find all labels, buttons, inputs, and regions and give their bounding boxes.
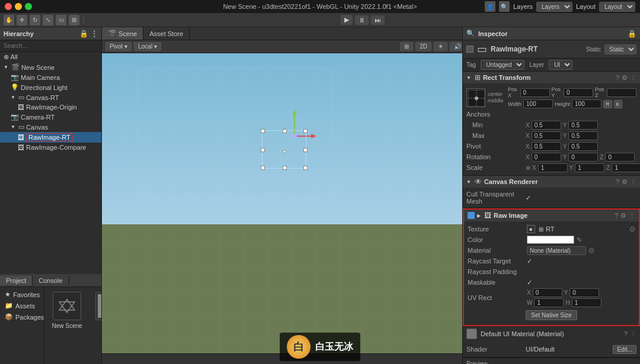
wh-k-btn[interactable]: K [614, 100, 622, 108]
close-button[interactable] [5, 3, 12, 10]
pos-y-input[interactable] [564, 88, 593, 97]
rect-anchor-visual[interactable] [466, 88, 485, 107]
light-btn[interactable]: ☀ [434, 42, 447, 51]
anchor-min-x[interactable] [532, 121, 561, 130]
rotate-tool[interactable]: ↻ [30, 15, 40, 25]
step-button[interactable]: ⏭ [371, 15, 385, 25]
inspector-lock-icon[interactable]: 🔒 [628, 30, 636, 38]
ri-menu-icon[interactable]: ⋮ [629, 212, 635, 220]
hand-tool[interactable]: ✋ [4, 15, 14, 25]
pivot-y[interactable] [568, 142, 598, 151]
mat-menu-icon[interactable]: ⋮ [630, 330, 636, 338]
assets-item[interactable]: 📁 Assets [2, 301, 41, 311]
color-value[interactable]: ✎ [527, 236, 635, 244]
pos-x-input[interactable] [520, 88, 550, 97]
uv-x[interactable] [533, 288, 562, 297]
favorites-item[interactable]: ★ Favorites [2, 289, 41, 299]
handle-tl[interactable] [261, 129, 265, 133]
maskable-check[interactable]: ✓ [527, 279, 532, 286]
layers-dropdown[interactable]: Layers [536, 2, 572, 12]
pivot-btn[interactable]: Pivot ▾ [105, 42, 132, 51]
handle-mr[interactable] [303, 148, 308, 152]
window-controls[interactable] [5, 3, 32, 10]
rot-y[interactable] [568, 153, 598, 162]
color-swatch[interactable] [527, 236, 574, 244]
hierarchy-item-new-scene[interactable]: ▼ 🎬 New Scene [0, 62, 101, 72]
set-native-size-btn[interactable]: Set Native Size [526, 310, 577, 320]
uv-h[interactable] [572, 298, 601, 307]
texture-target-icon[interactable]: ⊙ [629, 225, 635, 233]
handle-tm[interactable] [283, 129, 287, 133]
color-edit-icon[interactable]: ✎ [577, 236, 582, 244]
handle-br[interactable] [303, 166, 308, 170]
hierarchy-item-directional-light[interactable]: 💡 Directional Light [0, 82, 101, 92]
canvas-renderer-header[interactable]: ▼ 👁 Canvas Renderer ? ⚙ ⋮ [463, 176, 640, 188]
packages-item[interactable]: 📦 Packages [2, 312, 41, 322]
uv-w[interactable] [534, 298, 564, 307]
tag-dropdown[interactable]: Untagged [481, 60, 524, 70]
pos-z-input[interactable] [607, 88, 636, 97]
raycast-target-check[interactable]: ✓ [527, 257, 532, 265]
object-active-checkbox[interactable] [466, 46, 473, 53]
maximize-button[interactable] [25, 3, 32, 10]
hierarchy-item-canvas-rt[interactable]: ▼ ▭ Canvas-RT [0, 92, 101, 102]
hierarchy-item-rawimage-origin[interactable]: 🖼 RawImage-Origin [0, 102, 101, 112]
hierarchy-item-camera-rt[interactable]: 📷 Camera-RT [0, 112, 101, 122]
grid-btn[interactable]: ⊞ [400, 42, 413, 51]
rect-help-icon[interactable]: ? [616, 74, 619, 82]
anchor-max-y[interactable] [568, 131, 598, 140]
scene-view[interactable] [102, 53, 516, 364]
hierarchy-item-main-camera[interactable]: 📷 Main Camera [0, 72, 101, 82]
hierarchy-item-rawimage-rt[interactable]: 🖼 RawImage-RT [0, 132, 101, 143]
scale-x[interactable] [538, 163, 568, 172]
handle-bm[interactable] [283, 166, 287, 170]
hierarchy-search[interactable] [0, 40, 101, 52]
handle-ml[interactable] [261, 148, 265, 152]
uv-y[interactable] [569, 288, 599, 297]
transform-tool[interactable]: ⊞ [69, 15, 79, 25]
handle-tr[interactable] [303, 129, 308, 133]
scale-tool[interactable]: ⤡ [43, 15, 53, 25]
anchor-max-x[interactable] [532, 131, 561, 140]
raw-image-checkbox[interactable] [468, 212, 475, 219]
scene-tab[interactable]: 🎬 Scene [102, 27, 143, 40]
ri-help-icon[interactable]: ? [615, 212, 618, 220]
cr-help-icon[interactable]: ? [616, 178, 619, 186]
edit-shader-btn[interactable]: Edit... [613, 345, 636, 354]
pivot-x[interactable] [532, 142, 561, 151]
minimize-button[interactable] [15, 3, 22, 10]
wh-btn[interactable]: R [603, 100, 612, 108]
raw-image-header[interactable]: ▶ 🖼 Raw Image ? ⚙ ⋮ [464, 210, 639, 221]
anchor-min-y[interactable] [568, 121, 598, 130]
scale-y[interactable] [575, 163, 604, 172]
layer-dropdown[interactable]: UI [549, 60, 572, 70]
rect-menu-icon[interactable]: ⋮ [630, 74, 636, 82]
hierarchy-lock-icon[interactable]: 🔒 [79, 30, 88, 38]
search-icon[interactable]: 🔍 [499, 1, 510, 12]
hierarchy-item-rawimage-compare[interactable]: 🖼 RawImage-Compare [0, 143, 101, 152]
rect-tool[interactable]: ▭ [56, 15, 66, 25]
cr-menu-icon[interactable]: ⋮ [630, 178, 636, 186]
hierarchy-all-tab[interactable]: ⊕ All [0, 52, 101, 62]
move-tool[interactable]: ✛ [17, 15, 27, 25]
rect-settings-icon[interactable]: ⚙ [622, 74, 628, 82]
console-tab[interactable]: Console [33, 276, 69, 285]
local-btn[interactable]: Local ▾ [134, 42, 161, 51]
rot-z[interactable] [605, 153, 635, 162]
static-dropdown[interactable]: Static [604, 44, 636, 54]
account-icon[interactable]: 👤 [485, 1, 495, 12]
cull-check[interactable]: ✓ [526, 194, 531, 202]
ri-settings-icon[interactable]: ⚙ [620, 212, 626, 220]
mat-help-icon[interactable]: ? [624, 330, 628, 338]
play-button[interactable]: ▶ [341, 15, 353, 25]
hierarchy-menu-icon[interactable]: ⋮ [91, 30, 98, 38]
handle-bl[interactable] [261, 166, 265, 170]
pause-button[interactable]: ⏸ [355, 15, 369, 25]
layout-dropdown[interactable]: Layout [599, 2, 635, 12]
rect-transform-header[interactable]: ▼ ⊞ Rect Transform ? ⚙ ⋮ [463, 72, 640, 83]
height-input[interactable] [572, 99, 601, 108]
cr-settings-icon[interactable]: ⚙ [622, 178, 628, 186]
width-input[interactable] [523, 99, 553, 108]
asset-store-tab[interactable]: Asset Store [143, 27, 190, 40]
material-reference[interactable]: None (Material) [527, 246, 586, 255]
